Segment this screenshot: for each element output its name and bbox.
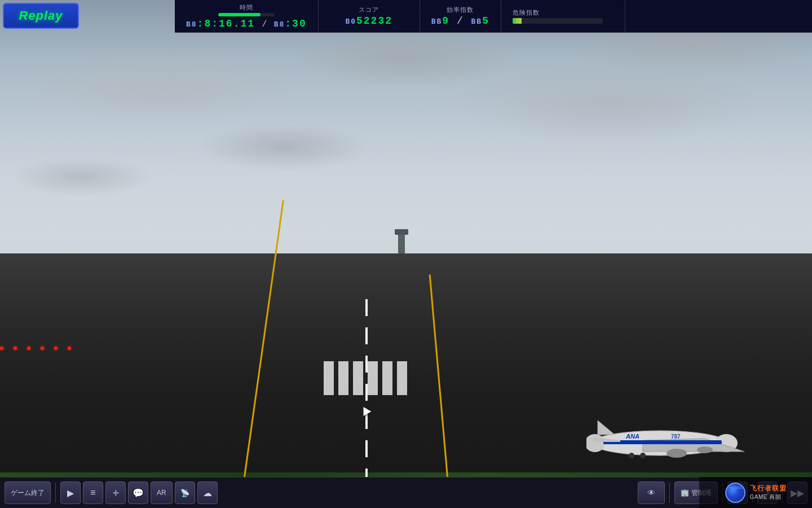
hud-time-section: 時間 B8:8:16.11 / B8:30 — [175, 0, 319, 32]
watermark: 飞行者联盟 GAME 再開 — [699, 477, 812, 508]
time-value: B8:8:16.11 / B8:30 — [186, 18, 307, 29]
ar-button[interactable]: AR — [151, 481, 173, 504]
replay-label: Replay — [19, 8, 63, 23]
atc-icon: 🏢 — [681, 489, 689, 497]
runway-lights — [0, 347, 71, 350]
hud-danger-section: 危険指数 — [501, 0, 625, 32]
hud-bar: 時間 B8:8:16.11 / B8:30 スコア B052232 効率指数 B… — [175, 0, 812, 33]
time-progress-fill — [218, 13, 261, 16]
svg-point-9 — [697, 446, 713, 453]
control-tower — [398, 234, 405, 256]
hud-efficiency-section: 効率指数 BB9 / BB5 — [420, 0, 501, 32]
efficiency-label: 効率指数 — [447, 6, 474, 14]
efficiency-value: BB9 / BB5 — [431, 15, 489, 27]
svg-text:ANA: ANA — [625, 433, 639, 440]
threshold-markings — [162, 361, 568, 395]
svg-marker-3 — [598, 421, 615, 435]
game-viewport: ANA 787 — [0, 0, 812, 508]
separator-1 — [55, 483, 56, 503]
svg-rect-5 — [603, 440, 722, 444]
binoculars-icon: 👁 — [647, 488, 655, 497]
danger-fill — [513, 18, 522, 24]
binoculars-button[interactable]: 👁 — [638, 481, 665, 504]
signal-icon: 📡 — [180, 489, 189, 497]
chat-icon: 💬 — [133, 488, 144, 498]
view-icon: ✛ — [113, 489, 119, 497]
aircraft: ANA 787 — [586, 387, 767, 477]
hud-score-section: スコア B052232 — [319, 0, 420, 32]
end-game-button[interactable]: ゲーム終了 — [5, 481, 51, 504]
menu-button[interactable]: ≡ — [83, 481, 103, 504]
signal-button[interactable]: 📡 — [175, 481, 195, 504]
svg-text:787: 787 — [671, 433, 681, 440]
danger-bar — [513, 18, 603, 24]
separator-2 — [669, 483, 670, 503]
cloud-icon: ☁ — [203, 488, 212, 498]
watermark-globe — [725, 483, 745, 503]
replay-button[interactable]: Replay — [3, 3, 79, 29]
score-label: スコア — [359, 6, 379, 14]
cloud-layer — [0, 0, 812, 295]
watermark-text: 飞行者联盟 GAME 再開 — [750, 484, 787, 501]
watermark-title: 飞行者联盟 — [750, 484, 787, 493]
view-button[interactable]: ✛ — [105, 481, 126, 504]
chat-button[interactable]: 💬 — [128, 481, 148, 504]
time-label: 時間 — [240, 3, 253, 12]
score-value: B052232 — [345, 15, 392, 27]
svg-point-8 — [667, 449, 687, 458]
video-icon: ▶ — [67, 488, 74, 498]
ar-icon: AR — [157, 489, 166, 497]
cloud-button[interactable]: ☁ — [197, 481, 218, 504]
time-progress-bar — [218, 13, 275, 16]
danger-label: 危険指数 — [513, 8, 540, 17]
svg-point-11 — [629, 453, 634, 458]
menu-icon: ≡ — [90, 488, 95, 498]
video-button[interactable]: ▶ — [60, 481, 81, 504]
svg-point-12 — [640, 453, 646, 458]
watermark-subtitle: GAME 再開 — [750, 493, 782, 501]
bottom-toolbar: ゲーム終了 ▶ ≡ ✛ 💬 AR 📡 ☁ 👁 🏢 管制塔 🔍 ♪ ▶▶ — [0, 477, 812, 508]
